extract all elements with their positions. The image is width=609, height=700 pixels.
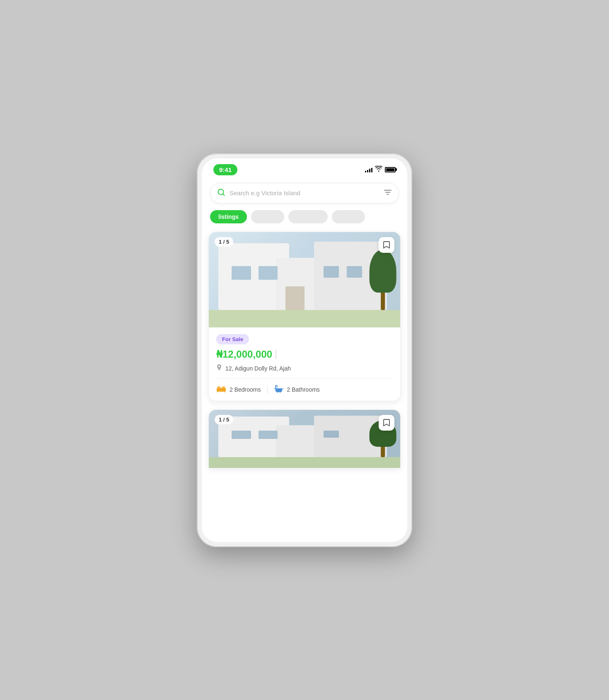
property-card-2[interactable]: 1 / 5 xyxy=(208,409,401,468)
search-icon xyxy=(217,188,225,198)
card-body-1: For Sale ₦12,000,000 12, Adigun Dolly Rd… xyxy=(209,327,400,401)
features-row-1: 2 Bedrooms 2 B xyxy=(216,385,393,395)
image-counter-2: 1 / 5 xyxy=(215,415,233,424)
status-bar: 9:41 xyxy=(202,158,407,179)
signal-bar-3 xyxy=(369,169,370,172)
image-counter-1: 1 / 5 xyxy=(215,237,233,247)
property-card-1[interactable]: 1 / 5 For Sale ₦12,000,000 xyxy=(208,232,401,401)
chip-4[interactable] xyxy=(332,210,365,223)
bookmark-button-2[interactable] xyxy=(379,415,394,431)
svg-point-10 xyxy=(276,386,277,387)
for-sale-badge-1: For Sale xyxy=(216,334,249,344)
svg-rect-6 xyxy=(218,386,220,388)
bedroom-feature-1: 2 Bedrooms xyxy=(216,385,261,395)
svg-rect-8 xyxy=(217,392,218,392)
address-row-1: 12, Adigun Dolly Rd, Ajah xyxy=(216,364,393,379)
card-image-1: 1 / 5 xyxy=(209,232,400,327)
filter-icon[interactable] xyxy=(384,189,392,197)
bookmark-button-1[interactable] xyxy=(379,237,394,253)
search-container: Search e.g Victoria Island xyxy=(202,179,407,210)
svg-rect-7 xyxy=(222,386,225,388)
signal-bar-1 xyxy=(365,171,366,172)
bathroom-text-1: 2 Bathrooms xyxy=(287,386,319,393)
house-image-2 xyxy=(209,410,400,468)
chip-2[interactable] xyxy=(251,210,284,223)
phone-frame: 9:41 xyxy=(197,153,412,547)
status-icons xyxy=(365,166,396,173)
wifi-icon xyxy=(375,166,382,173)
bath-icon-1 xyxy=(274,385,283,395)
search-bar[interactable]: Search e.g Victoria Island xyxy=(210,183,399,203)
price-1: ₦12,000,000 xyxy=(216,349,393,360)
signal-bar-4 xyxy=(371,168,372,172)
address-text-1: 12, Adigun Dolly Rd, Ajah xyxy=(225,365,291,372)
chip-listings[interactable]: listings xyxy=(210,210,247,223)
svg-rect-9 xyxy=(225,392,225,392)
signal-bar-2 xyxy=(367,170,368,172)
filter-chips: listings xyxy=(202,210,407,232)
card-image-2: 1 / 5 xyxy=(209,410,400,468)
location-icon-1 xyxy=(216,364,222,373)
feature-divider-1 xyxy=(267,385,268,394)
bedroom-text-1: 2 Bedrooms xyxy=(230,386,261,393)
status-time: 9:41 xyxy=(213,164,237,175)
phone-screen: 9:41 xyxy=(202,158,407,542)
house-image-1 xyxy=(209,232,400,327)
bathroom-feature-1: 2 Bathrooms xyxy=(274,385,319,395)
signal-bars-icon xyxy=(365,167,372,172)
search-input[interactable]: Search e.g Victoria Island xyxy=(230,189,379,196)
price-divider xyxy=(276,350,276,359)
bed-icon-1 xyxy=(216,385,226,395)
chip-3[interactable] xyxy=(288,210,328,223)
battery-icon xyxy=(385,167,396,172)
